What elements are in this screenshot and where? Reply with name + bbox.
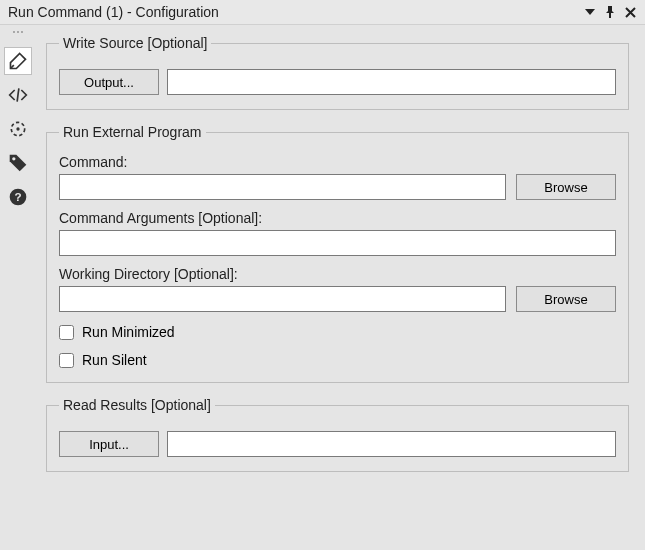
working-directory-label: Working Directory [Optional]: bbox=[59, 266, 616, 282]
window-title: Run Command (1) - Configuration bbox=[8, 4, 579, 20]
run-minimized-checkbox[interactable] bbox=[59, 325, 74, 340]
group-run-external: Run External Program Command: Browse Com… bbox=[46, 124, 629, 383]
tab-target-icon[interactable] bbox=[4, 115, 32, 143]
configuration-panel: Run Command (1) - Configuration ⋯ bbox=[0, 0, 645, 550]
tab-tag-icon[interactable] bbox=[4, 149, 32, 177]
run-silent-row[interactable]: Run Silent bbox=[59, 352, 616, 368]
content-area: Write Source [Optional] Output... Run Ex… bbox=[36, 25, 645, 550]
run-silent-checkbox[interactable] bbox=[59, 353, 74, 368]
run-minimized-row[interactable]: Run Minimized bbox=[59, 324, 616, 340]
svg-point-2 bbox=[16, 127, 19, 130]
sidebar: ⋯ bbox=[0, 25, 36, 550]
panel-body: ⋯ bbox=[0, 25, 645, 550]
working-directory-input[interactable] bbox=[59, 286, 506, 312]
group-read-results: Read Results [Optional] Input... bbox=[46, 397, 629, 472]
command-browse-button[interactable]: Browse bbox=[516, 174, 616, 200]
arguments-label: Command Arguments [Optional]: bbox=[59, 210, 616, 226]
close-icon[interactable] bbox=[621, 3, 639, 21]
titlebar: Run Command (1) - Configuration bbox=[0, 0, 645, 25]
group-write-source: Write Source [Optional] Output... bbox=[46, 35, 629, 110]
pin-icon[interactable] bbox=[601, 3, 619, 21]
arguments-input[interactable] bbox=[59, 230, 616, 256]
input-button[interactable]: Input... bbox=[59, 431, 159, 457]
command-input[interactable] bbox=[59, 174, 506, 200]
run-silent-label: Run Silent bbox=[82, 352, 147, 368]
output-button[interactable]: Output... bbox=[59, 69, 159, 95]
overflow-icon[interactable]: ⋯ bbox=[12, 29, 25, 41]
input-path-input[interactable] bbox=[167, 431, 616, 457]
group-read-results-legend: Read Results [Optional] bbox=[59, 397, 215, 413]
group-write-source-legend: Write Source [Optional] bbox=[59, 35, 211, 51]
tab-help-icon[interactable]: ? bbox=[4, 183, 32, 211]
window-dropdown-icon[interactable] bbox=[581, 3, 599, 21]
svg-marker-0 bbox=[585, 9, 595, 15]
tab-configuration[interactable] bbox=[4, 47, 32, 75]
output-path-input[interactable] bbox=[167, 69, 616, 95]
working-directory-browse-button[interactable]: Browse bbox=[516, 286, 616, 312]
svg-text:?: ? bbox=[14, 190, 21, 203]
run-minimized-label: Run Minimized bbox=[82, 324, 175, 340]
group-run-external-legend: Run External Program bbox=[59, 124, 206, 140]
command-label: Command: bbox=[59, 154, 616, 170]
svg-point-3 bbox=[12, 157, 15, 160]
tab-xml[interactable] bbox=[4, 81, 32, 109]
